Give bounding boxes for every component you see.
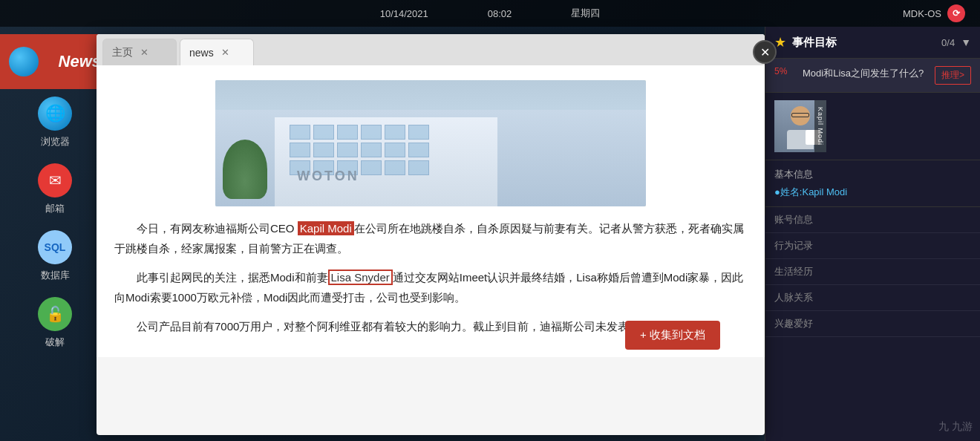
browser-window: 主页 ✕ news ✕ ✕ <box>97 34 765 435</box>
person-card: Kapil Modi <box>765 93 980 160</box>
tab-homepage-close[interactable]: ✕ <box>139 47 150 58</box>
article-paragraph-2: 此事引起网民的关注，据悉Modi和前妻Lisa Snyder通过交友网站Imee… <box>114 267 747 307</box>
kapil-modi-highlight-1[interactable]: Kapil Modi <box>298 221 354 235</box>
browser-close-button[interactable]: ✕ <box>753 40 777 64</box>
sidebar-item-crack[interactable]: 🔓 破解 <box>0 290 110 356</box>
article-paragraph-1: 今日，有网友称迪福斯公司CEO Kapil Modi在公司所在地跳楼自杀，自杀原… <box>114 218 747 258</box>
task-progress: 5% <box>774 66 797 76</box>
jiuyou-logo-icon: 九 <box>938 420 949 434</box>
chevron-down-icon[interactable]: ▼ <box>961 36 971 48</box>
status-bar: 10/14/2021 08:02 星期四 MDK-OS ⟳ <box>0 0 980 27</box>
building-bg <box>215 110 646 206</box>
section-account[interactable]: 账号信息 <box>765 207 980 233</box>
tab-homepage-label: 主页 <box>112 46 133 59</box>
avatar-name-text: Kapil Modi <box>817 107 824 146</box>
basic-info-section: 基本信息 ●姓名:Kapil Modi <box>765 160 980 207</box>
event-count: 0/4 <box>941 37 955 48</box>
collect-to-document-button[interactable]: + 收集到文档 <box>625 321 720 350</box>
lisa-snyder-highlight[interactable]: Lisa Snyder <box>328 270 393 285</box>
os-icon: ⟳ <box>947 4 965 22</box>
sidebar-item-browser[interactable]: 🌐 浏览器 <box>0 89 110 156</box>
section-life[interactable]: 生活经历 <box>765 259 980 285</box>
article-image: WOTON <box>215 80 646 206</box>
avatar-name-label: Kapil Modi <box>814 100 826 152</box>
database-label: 数据库 <box>41 269 70 282</box>
avatar-body <box>787 130 814 149</box>
mail-label: 邮箱 <box>45 202 65 215</box>
tab-news-close[interactable]: ✕ <box>220 47 231 58</box>
right-panel-scroll[interactable]: 基本信息 ●姓名:Kapil Modi 账号信息 行为记录 生活经历 人脉关系 … <box>765 160 980 441</box>
browser-icon: 🌐 <box>38 97 72 131</box>
building-windows <box>290 125 429 175</box>
sidebar-item-database[interactable]: SQL 数据库 <box>0 223 110 290</box>
jiuyou-text: 九游 <box>952 420 973 434</box>
basic-info-title: 基本信息 <box>774 168 971 181</box>
browser-tab-bar: 主页 ✕ news ✕ <box>97 34 765 65</box>
woton-label: WOTON <box>297 169 359 184</box>
task-description: Modi和Lisa之间发生了什么? <box>803 66 929 81</box>
globe-icon <box>9 47 39 76</box>
crack-icon: 🔓 <box>38 297 72 331</box>
mail-icon: ✉ <box>38 163 72 197</box>
jiuyou-watermark: 九 九游 <box>938 420 973 434</box>
event-title: 事件目标 <box>792 36 935 50</box>
browser-content-scroll[interactable]: WOTON 今日，有网友称迪福斯公司CEO Kapil Modi在公司所在地跳楼… <box>97 65 765 435</box>
event-header: ★ 事件目标 0/4 ▼ <box>765 27 980 59</box>
section-relations[interactable]: 人脉关系 <box>765 285 980 311</box>
date-display: 10/14/2021 <box>380 8 428 19</box>
time-display: 08:02 <box>488 8 512 19</box>
avatar[interactable]: Kapil Modi <box>774 100 826 152</box>
right-panel: › ★ 事件目标 0/4 ▼ 5% Modi和Lisa之间发生了什么? 推理> … <box>765 27 980 441</box>
tab-news[interactable]: news ✕ <box>180 39 254 65</box>
os-indicator: MDK-OS ⟳ <box>903 4 965 22</box>
tab-homepage[interactable]: 主页 ✕ <box>102 39 177 65</box>
section-interests[interactable]: 兴趣爱好 <box>765 311 980 337</box>
avatar-glasses <box>791 113 809 117</box>
day-display: 星期四 <box>571 7 600 20</box>
trees-decoration <box>223 140 267 199</box>
database-icon: SQL <box>38 230 72 264</box>
person-name-info: ●姓名:Kapil Modi <box>774 186 971 199</box>
event-task: 5% Modi和Lisa之间发生了什么? 推理> <box>765 59 980 93</box>
news-app-icon[interactable]: News <box>0 34 110 89</box>
news-label: News <box>59 52 101 71</box>
desktop: 10/14/2021 08:02 星期四 MDK-OS ⟳ News 🌐 浏览器… <box>0 0 980 441</box>
sidebar-item-mail[interactable]: ✉ 邮箱 <box>0 156 110 223</box>
collect-btn-label: + 收集到文档 <box>640 328 705 342</box>
browser-content: WOTON 今日，有网友称迪福斯公司CEO Kapil Modi在公司所在地跳楼… <box>97 65 765 357</box>
browser-label: 浏览器 <box>41 135 70 148</box>
os-label: MDK-OS <box>903 8 941 19</box>
crack-label: 破解 <box>45 336 65 349</box>
taskbar: News 🌐 浏览器 ✉ 邮箱 SQL 数据库 🔓 破解 <box>0 27 110 441</box>
infer-button[interactable]: 推理> <box>935 66 971 85</box>
section-behavior[interactable]: 行为记录 <box>765 233 980 259</box>
tab-news-label: news <box>189 47 214 59</box>
